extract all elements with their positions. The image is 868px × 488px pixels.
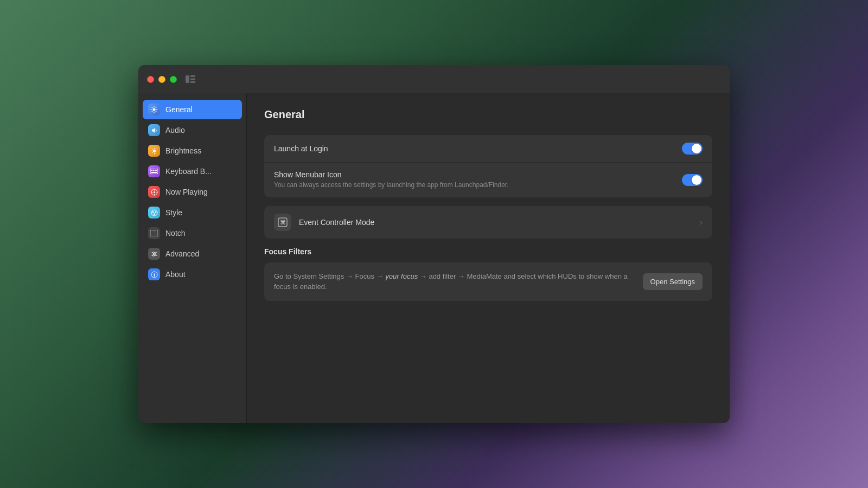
svg-point-20 <box>154 253 156 255</box>
nowplaying-icon <box>148 186 160 198</box>
sidebar-item-about[interactable]: About <box>143 265 242 284</box>
audio-icon <box>148 124 160 136</box>
show-menubar-icon-subtitle: You can always access the settings by la… <box>274 181 682 190</box>
sidebar-item-advanced[interactable]: Advanced <box>143 244 242 264</box>
svg-rect-7 <box>151 170 152 171</box>
sidebar-item-notch[interactable]: Notch <box>143 223 242 243</box>
event-controller-icon: ⌘ <box>274 214 291 231</box>
sidebar-item-notch-label: Notch <box>165 229 186 237</box>
focus-filters-title: Focus Filters <box>264 247 712 256</box>
show-menubar-icon-content: Show Menubar Icon You can always access … <box>274 170 682 190</box>
svg-point-16 <box>155 211 156 213</box>
sidebar-item-brightness[interactable]: Brightness <box>143 141 242 160</box>
sidebar-item-keyboard-label: Keyboard B... <box>165 167 212 176</box>
svg-point-13 <box>154 191 155 193</box>
svg-rect-0 <box>186 75 189 83</box>
sidebar-item-style-label: Style <box>165 208 182 217</box>
launch-at-login-toggle[interactable] <box>682 143 703 155</box>
svg-point-19 <box>152 252 154 253</box>
sidebar-item-audio-label: Audio <box>165 126 185 134</box>
general-icon <box>148 104 160 115</box>
sidebar: General Audio <box>138 93 247 423</box>
chevron-right-icon: › <box>700 218 703 227</box>
sidebar-item-nowplaying-label: Now Playing <box>165 188 208 196</box>
app-window: General Audio <box>138 65 730 423</box>
svg-point-4 <box>153 108 156 111</box>
svg-rect-10 <box>156 170 157 171</box>
about-icon <box>148 268 160 280</box>
svg-point-23 <box>154 273 155 274</box>
traffic-lights <box>147 76 177 83</box>
sidebar-item-general-label: General <box>165 105 193 114</box>
content-area: General Launch at Login Show Menubar Ico… <box>247 93 730 423</box>
advanced-icon <box>148 248 160 260</box>
general-settings-card: Launch at Login Show Menubar Icon You ca… <box>264 135 712 197</box>
open-settings-button[interactable]: Open Settings <box>643 273 703 290</box>
style-icon <box>148 207 160 219</box>
main-content: General Audio <box>138 93 730 423</box>
sidebar-item-keyboard[interactable]: Keyboard B... <box>143 162 242 181</box>
sidebar-item-brightness-label: Brightness <box>165 146 201 155</box>
sidebar-item-style[interactable]: Style <box>143 203 242 222</box>
show-menubar-icon-row: Show Menubar Icon You can always access … <box>264 162 712 197</box>
sidebar-item-nowplaying[interactable]: Now Playing <box>143 182 242 202</box>
sidebar-toggle-button[interactable] <box>186 75 195 83</box>
launch-at-login-label: Launch at Login <box>274 144 682 153</box>
svg-rect-1 <box>190 75 195 77</box>
show-menubar-icon-toggle[interactable] <box>682 174 703 186</box>
close-button[interactable] <box>147 76 154 83</box>
svg-rect-2 <box>190 79 195 80</box>
brightness-icon <box>148 145 160 157</box>
svg-point-5 <box>153 150 156 152</box>
keyboard-icon <box>148 165 160 177</box>
event-controller-label: Event Controller Mode <box>299 218 692 227</box>
minimize-button[interactable] <box>158 76 165 83</box>
svg-text:⌘: ⌘ <box>280 219 286 226</box>
sidebar-item-about-label: About <box>165 270 186 279</box>
event-controller-row[interactable]: ⌘ Event Controller Mode › <box>264 206 712 239</box>
sidebar-item-general[interactable]: General <box>143 100 242 119</box>
launch-at-login-content: Launch at Login <box>274 144 682 153</box>
focus-filters-card: Go to System Settings → Focus → your foc… <box>264 262 712 301</box>
svg-rect-3 <box>190 81 195 83</box>
notch-icon <box>148 227 160 239</box>
svg-point-17 <box>154 213 155 215</box>
event-controller-card[interactable]: ⌘ Event Controller Mode › <box>264 206 712 239</box>
focus-filters-description: Go to System Settings → Focus → your foc… <box>274 271 634 292</box>
svg-rect-11 <box>151 172 157 173</box>
maximize-button[interactable] <box>170 76 177 83</box>
sidebar-item-audio[interactable]: Audio <box>143 120 242 140</box>
sidebar-item-advanced-label: Advanced <box>165 249 199 258</box>
svg-rect-9 <box>155 170 156 171</box>
svg-point-15 <box>152 211 154 213</box>
svg-rect-8 <box>153 170 154 171</box>
page-title: General <box>264 108 712 121</box>
svg-rect-6 <box>150 169 158 174</box>
title-bar <box>138 65 730 93</box>
svg-point-21 <box>152 254 154 256</box>
show-menubar-icon-label: Show Menubar Icon <box>274 170 682 179</box>
launch-at-login-row: Launch at Login <box>264 135 712 162</box>
